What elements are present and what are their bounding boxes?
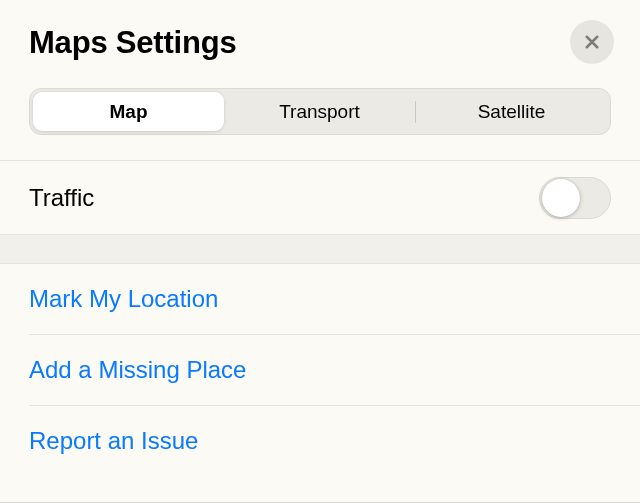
add-missing-place-button[interactable]: Add a Missing Place (0, 335, 640, 405)
maps-settings-panel: Maps Settings Map Transport Satellite Tr… (0, 0, 640, 503)
tab-label: Map (110, 101, 148, 123)
mark-my-location-button[interactable]: Mark My Location (0, 264, 640, 334)
action-label: Add a Missing Place (29, 356, 246, 384)
tab-transport[interactable]: Transport (224, 92, 415, 131)
close-button[interactable] (570, 20, 614, 64)
tab-map[interactable]: Map (33, 92, 224, 131)
toggle-knob (542, 179, 580, 217)
traffic-toggle[interactable] (539, 177, 611, 219)
tab-satellite[interactable]: Satellite (416, 92, 607, 131)
report-issue-button[interactable]: Report an Issue (0, 406, 640, 476)
traffic-row: Traffic (0, 161, 640, 234)
tab-label: Satellite (478, 101, 546, 123)
view-mode-segmented: Map Transport Satellite (29, 88, 611, 135)
close-icon (583, 33, 601, 51)
traffic-label: Traffic (29, 184, 94, 212)
view-mode-segmented-wrap: Map Transport Satellite (0, 64, 640, 135)
action-label: Mark My Location (29, 285, 218, 313)
tab-label: Transport (279, 101, 360, 123)
action-label: Report an Issue (29, 427, 198, 455)
header: Maps Settings (0, 0, 640, 64)
section-gap (0, 235, 640, 264)
page-title: Maps Settings (29, 25, 237, 61)
traffic-section: Traffic (0, 160, 640, 235)
